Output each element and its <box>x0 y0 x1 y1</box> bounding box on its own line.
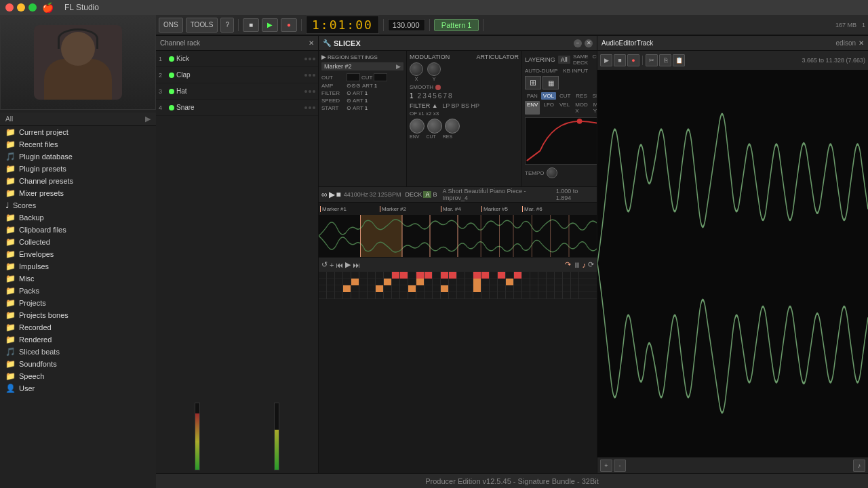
pattern-cell-3-21[interactable] <box>490 292 498 299</box>
pattern-cell-3-25[interactable] <box>522 292 530 299</box>
pattern-cell-1-3[interactable] <box>343 279 351 285</box>
pattern-cell-2-19[interactable] <box>473 285 481 292</box>
pattern-cell-1-0[interactable] <box>319 279 327 285</box>
tab-env[interactable]: ENV <box>525 101 540 115</box>
minimize-traffic-light[interactable] <box>17 3 25 12</box>
pattern-cell-3-24[interactable] <box>514 292 522 299</box>
pattern-cell-2-12[interactable] <box>416 285 425 292</box>
waveform-prev-btn[interactable]: ⏮ <box>336 261 343 269</box>
pattern-cell-3-20[interactable] <box>481 292 490 299</box>
tab-mod-x[interactable]: MOD X <box>573 101 590 115</box>
pattern-cell-0-8[interactable] <box>384 272 392 279</box>
record-button[interactable]: ● <box>281 18 297 32</box>
pattern-cell-2-21[interactable] <box>490 285 498 292</box>
e-copy[interactable]: ⎘ <box>659 54 671 66</box>
deck-a-btn[interactable]: A <box>423 191 431 198</box>
pattern-cell-3-10[interactable] <box>400 292 408 299</box>
file-item-21[interactable]: 👤User <box>0 382 156 394</box>
pattern-cell-2-24[interactable] <box>514 285 522 292</box>
file-item-10[interactable]: 📁Envelopes <box>0 248 156 260</box>
pattern-cell-3-30[interactable] <box>563 292 571 299</box>
out-input[interactable] <box>347 73 360 81</box>
pattern-cell-0-28[interactable] <box>547 272 555 279</box>
pattern-cell-2-18[interactable] <box>465 285 473 292</box>
slicex-close[interactable]: ✕ <box>585 39 593 47</box>
maximize-traffic-light[interactable] <box>28 3 37 12</box>
pattern-cell-2-22[interactable] <box>498 285 506 292</box>
pattern-cell-3-26[interactable] <box>530 292 538 299</box>
pattern-cell-0-10[interactable] <box>400 272 408 279</box>
pattern-cell-2-6[interactable] <box>368 285 376 292</box>
filter-env-knob[interactable] <box>410 119 425 134</box>
pattern-cell-1-13[interactable] <box>425 279 433 285</box>
menu-help[interactable]: ? <box>220 18 234 33</box>
pattern-cell-0-12[interactable] <box>416 272 425 279</box>
pattern-cell-3-23[interactable] <box>506 292 514 299</box>
pattern-cell-1-2[interactable] <box>335 279 343 285</box>
file-item-15[interactable]: 📁Projects bones <box>0 309 156 321</box>
pattern-cell-1-1[interactable] <box>327 279 335 285</box>
pattern-cell-1-7[interactable] <box>376 279 384 285</box>
tab-pan[interactable]: PAN <box>525 92 540 100</box>
region-marker-label[interactable]: Marker #2 <box>324 63 352 70</box>
pattern-cell-0-3[interactable] <box>343 272 351 279</box>
pattern-cell-3-4[interactable] <box>351 292 359 299</box>
menu-ons[interactable]: ONS <box>159 18 183 33</box>
pattern-cell-0-4[interactable] <box>351 272 359 279</box>
knob-y[interactable] <box>427 62 441 76</box>
file-item-0[interactable]: 📁Current project <box>0 126 156 138</box>
e-play[interactable]: ▶ <box>600 54 612 66</box>
pattern-cell-2-10[interactable] <box>400 285 408 292</box>
file-item-8[interactable]: 📁Clipboard files <box>0 224 156 236</box>
pattern-cell-2-8[interactable] <box>384 285 392 292</box>
pattern-cell-1-23[interactable] <box>506 279 514 285</box>
pattern-cell-2-3[interactable] <box>343 285 351 292</box>
pattern-cell-3-6[interactable] <box>368 292 376 299</box>
pattern-cell-0-1[interactable] <box>327 272 335 279</box>
pattern-cell-1-5[interactable] <box>359 279 368 285</box>
pattern-cell-0-27[interactable] <box>538 272 547 279</box>
pattern-cell-3-31[interactable] <box>571 292 579 299</box>
layering-mode[interactable]: All <box>558 56 570 64</box>
pattern-cell-2-0[interactable] <box>319 285 327 292</box>
pattern-cell-3-17[interactable] <box>457 292 465 299</box>
pattern-cell-2-9[interactable] <box>392 285 400 292</box>
file-item-4[interactable]: 📁Channel presets <box>0 175 156 187</box>
file-item-2[interactable]: 🎵Plugin database <box>0 150 156 163</box>
pattern-cell-3-16[interactable] <box>449 292 457 299</box>
pattern-cell-3-1[interactable] <box>327 292 335 299</box>
channel-kick[interactable]: 1 Kick <box>156 51 318 67</box>
pattern-cell-2-16[interactable] <box>449 285 457 292</box>
pattern-cell-0-18[interactable] <box>465 272 473 279</box>
file-item-17[interactable]: 📁Rendered <box>0 333 156 346</box>
stop-button[interactable]: ■ <box>243 18 259 32</box>
bpm-display[interactable]: 130.000 <box>388 19 425 31</box>
smooth-led[interactable] <box>435 85 441 90</box>
pattern-cell-0-16[interactable] <box>449 272 457 279</box>
waveform-next-btn[interactable]: ⏭ <box>353 261 360 269</box>
e-zoom-out[interactable]: - <box>614 460 626 472</box>
pattern-cell-3-2[interactable] <box>335 292 343 299</box>
e-zoom-in[interactable]: + <box>600 460 612 472</box>
pattern-cell-0-24[interactable] <box>514 272 522 279</box>
pattern-cell-2-1[interactable] <box>327 285 335 292</box>
grid-icon-2[interactable]: ▦ <box>542 76 559 89</box>
pattern-cell-2-14[interactable] <box>433 285 441 292</box>
pattern-cell-3-12[interactable] <box>416 292 425 299</box>
tempo-knob[interactable] <box>547 167 557 178</box>
grid-icon-1[interactable]: ⊞ <box>525 76 541 89</box>
file-item-14[interactable]: 📁Projects <box>0 297 156 309</box>
pattern-cell-2-2[interactable] <box>335 285 343 292</box>
waveform-right-2[interactable]: ⏸ <box>573 261 580 269</box>
file-item-13[interactable]: 📁Packs <box>0 285 156 297</box>
pattern-cell-2-29[interactable] <box>555 285 563 292</box>
pattern-cell-1-6[interactable] <box>368 279 376 285</box>
pattern-cell-2-30[interactable] <box>563 285 571 292</box>
menu-tools[interactable]: TOOLS <box>186 18 218 33</box>
tab-lfo[interactable]: LFO <box>541 101 556 115</box>
channel-rack-close[interactable]: ✕ <box>309 39 314 47</box>
pattern-cell-1-10[interactable] <box>400 279 408 285</box>
file-item-11[interactable]: 📁Impulses <box>0 260 156 272</box>
pattern-cell-0-0[interactable] <box>319 272 327 279</box>
pattern-cell-3-28[interactable] <box>547 292 555 299</box>
